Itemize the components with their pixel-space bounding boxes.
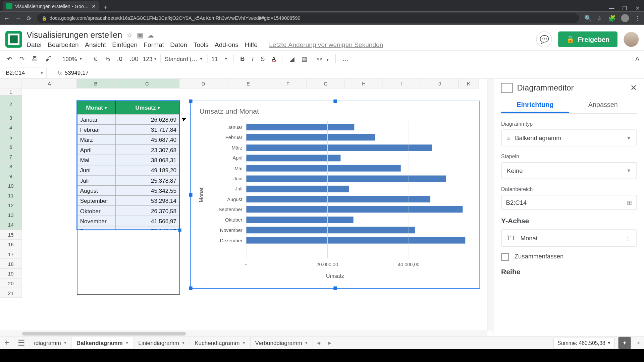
- merge-button[interactable]: ⇥⇤ ▾: [312, 54, 331, 64]
- column-header[interactable]: F: [269, 79, 307, 88]
- explore-button[interactable]: ✦: [619, 337, 631, 349]
- row-header[interactable]: 21: [0, 288, 22, 298]
- column-header[interactable]: K: [459, 79, 479, 88]
- y-axis-field[interactable]: T⊤ Monat ⋮: [501, 229, 637, 246]
- zoom-icon[interactable]: 🔍: [584, 15, 592, 22]
- vertical-scrollbar[interactable]: [487, 79, 493, 331]
- table-row[interactable]: August45.342,55: [77, 185, 179, 195]
- close-tab-icon[interactable]: ✕: [92, 3, 96, 9]
- window-close-icon[interactable]: ✕: [635, 5, 640, 11]
- zoom-select[interactable]: 100% ▼: [62, 55, 83, 62]
- menu-datei[interactable]: Datei: [26, 41, 42, 48]
- all-sheets-button[interactable]: ☰: [13, 338, 29, 348]
- aggregate-checkbox[interactable]: [501, 253, 509, 261]
- text-color-button[interactable]: A: [269, 54, 278, 64]
- more-toolbar-button[interactable]: …: [339, 54, 351, 64]
- last-edit-text[interactable]: Letzte Änderung vor wenigen Sekunden: [269, 41, 383, 48]
- add-sheet-button[interactable]: +: [0, 338, 13, 348]
- range-picker-icon[interactable]: ⊞: [627, 199, 632, 206]
- chart-bar[interactable]: [246, 124, 354, 130]
- chart-bar[interactable]: [246, 237, 465, 244]
- comments-button[interactable]: 💬: [536, 32, 552, 47]
- row-header[interactable]: 9: [0, 172, 22, 181]
- table-row[interactable]: September53.298,14: [77, 195, 179, 205]
- column-header[interactable]: H: [345, 79, 383, 88]
- row-header[interactable]: 15: [0, 230, 22, 240]
- fill-color-button[interactable]: ◢: [287, 54, 297, 64]
- share-button[interactable]: 🔒 Freigeben: [558, 32, 618, 47]
- row-header[interactable]: 1: [0, 88, 22, 96]
- table-row[interactable]: Mai38.068,31: [77, 155, 179, 165]
- column-header[interactable]: I: [383, 79, 421, 88]
- row-header[interactable]: 6: [0, 142, 22, 152]
- paint-format-button[interactable]: 🖌: [43, 54, 54, 64]
- chart-type-select[interactable]: ≡ Balkendiagramm▼: [501, 129, 637, 146]
- table-row[interactable]: Oktober26.370,58: [77, 205, 179, 216]
- menu-bearbeiten[interactable]: Bearbeiten: [48, 41, 78, 48]
- column-header[interactable]: E: [227, 79, 269, 88]
- address-field[interactable]: 🔒 docs.google.com/spreadsheets/d/16sZAG8…: [37, 13, 579, 23]
- data-range-input[interactable]: B2:C14⊞: [501, 195, 637, 210]
- row-header[interactable]: 3: [0, 113, 22, 123]
- field-menu-icon[interactable]: ⋮: [625, 235, 631, 242]
- sheet-tab[interactable]: Balkendiagramm ▼: [72, 337, 134, 348]
- print-button[interactable]: 🖶: [29, 54, 41, 64]
- reload-button[interactable]: ⟳: [26, 15, 32, 22]
- account-avatar[interactable]: [624, 32, 639, 47]
- row-header[interactable]: 7: [0, 152, 22, 162]
- table-row[interactable]: Juli25.378,87: [77, 175, 179, 185]
- table-row[interactable]: Juni49.189,20: [77, 165, 179, 175]
- row-header[interactable]: 17: [0, 249, 22, 259]
- sheet-tab[interactable]: Kuchendiagramm ▼: [190, 337, 251, 348]
- undo-button[interactable]: ↶: [4, 54, 15, 64]
- menu-hilfe[interactable]: Hilfe: [245, 41, 258, 48]
- chart-bar[interactable]: [246, 155, 341, 161]
- menu-add-ons[interactable]: Add-ons: [215, 41, 238, 48]
- browser-tab[interactable]: Visualisierungen erstellen - Goo… ✕: [3, 1, 99, 12]
- sheets-logo-icon[interactable]: [5, 31, 22, 48]
- cloud-status-icon[interactable]: ☁: [147, 32, 154, 40]
- font-size-select[interactable]: 11 ▼: [211, 55, 229, 62]
- move-doc-icon[interactable]: ▣: [137, 32, 143, 40]
- table-row[interactable]: November41.566,97: [77, 216, 179, 226]
- sheets-nav-right[interactable]: ►: [324, 340, 335, 346]
- chart-bar[interactable]: [246, 217, 353, 223]
- row-header[interactable]: 4: [0, 123, 22, 133]
- name-box[interactable]: B2:C14▼: [3, 67, 47, 78]
- row-header[interactable]: 18: [0, 259, 22, 269]
- profile-icon[interactable]: [621, 14, 629, 22]
- column-header[interactable]: J: [421, 79, 459, 88]
- table-row[interactable]: April23.307,68: [77, 144, 179, 155]
- window-maximize-icon[interactable]: ☐: [622, 5, 627, 11]
- dec-less-button[interactable]: .0̲: [114, 54, 125, 64]
- table-row[interactable]: Januar26.628,69: [77, 114, 179, 124]
- redo-button[interactable]: ↷: [17, 54, 28, 64]
- row-header[interactable]: 16: [0, 240, 22, 249]
- chart-bar[interactable]: [246, 144, 432, 151]
- menu-format[interactable]: Format: [144, 41, 164, 48]
- tab-customize[interactable]: Anpassen: [569, 97, 637, 113]
- row-header[interactable]: 5: [0, 133, 22, 142]
- column-header[interactable]: A: [22, 79, 77, 88]
- bold-button[interactable]: B: [237, 54, 247, 64]
- star-icon[interactable]: ☆: [597, 15, 603, 22]
- collapse-side-panel-icon[interactable]: <: [634, 340, 644, 346]
- chart-bar[interactable]: [246, 175, 446, 182]
- menu-ansicht[interactable]: Ansicht: [85, 41, 106, 48]
- row-header[interactable]: 20: [0, 279, 22, 288]
- collapse-toolbar-icon[interactable]: ᐱ: [635, 55, 640, 62]
- italic-button[interactable]: I: [249, 54, 256, 64]
- dec-more-button[interactable]: .00: [127, 54, 141, 64]
- currency-button[interactable]: €: [91, 54, 100, 64]
- sheet-tab[interactable]: ıdiagramm ▼: [30, 337, 72, 348]
- chart-bar[interactable]: [246, 227, 415, 233]
- sheets-nav-left[interactable]: ◄: [313, 340, 324, 346]
- percent-button[interactable]: %: [102, 54, 112, 64]
- row-header[interactable]: 2: [0, 96, 22, 113]
- menu-einfügen[interactable]: Einfügen: [112, 41, 137, 48]
- row-header[interactable]: 12: [0, 201, 22, 210]
- table-row[interactable]: Februar31.717,84: [77, 124, 179, 134]
- filter-icon[interactable]: ▾: [105, 106, 107, 110]
- strike-button[interactable]: S: [258, 54, 267, 64]
- number-format-select[interactable]: 123 ▾: [143, 55, 156, 62]
